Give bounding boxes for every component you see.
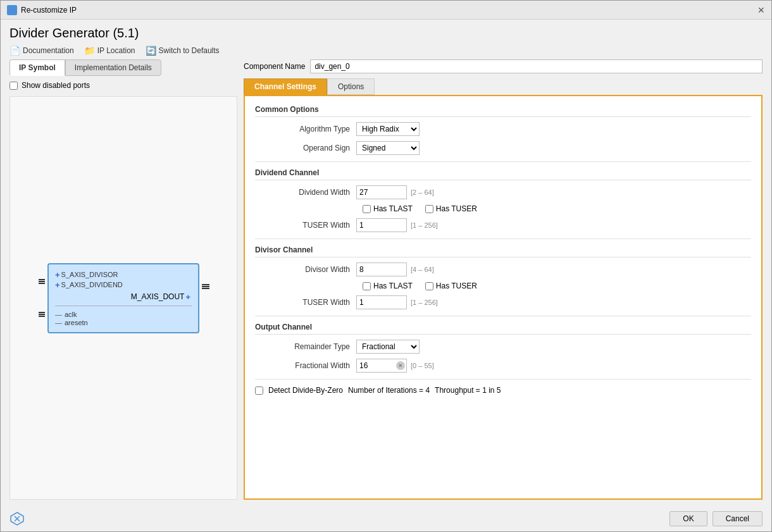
divider-4 bbox=[255, 379, 751, 380]
dividend-width-label: Dividend Width bbox=[255, 188, 356, 197]
app-toolbar: 📄 Documentation 📁 IP Location 🔄 Switch t… bbox=[9, 46, 763, 56]
iterations-label: Number of Iterations = 4 bbox=[348, 386, 430, 395]
divisor-channel-title: Divisor Channel bbox=[255, 245, 751, 257]
ip-diagram-container: + S_AXIS_DIVISOR + S_AXIS_DIVIDEND M_AXI… bbox=[47, 263, 199, 333]
dividend-checkboxes: Has TLAST Has TUSER bbox=[363, 204, 751, 213]
divisor-tuser-width-label: TUSER Width bbox=[255, 298, 356, 307]
divisor-width-row: Divisor Width [4 – 64] bbox=[255, 263, 751, 276]
dividend-width-input[interactable] bbox=[356, 185, 407, 199]
dividend-tuser-checkbox[interactable] bbox=[425, 205, 433, 213]
tab-impl-details[interactable]: Implementation Details bbox=[65, 59, 161, 76]
operand-sign-select[interactable]: Signed Unsigned bbox=[356, 141, 420, 155]
left-bus-lines bbox=[39, 268, 45, 328]
fractional-width-control: ✕ [0 – 55] bbox=[356, 359, 434, 373]
fractional-width-clear[interactable]: ✕ bbox=[396, 361, 405, 370]
refresh-icon: 🔄 bbox=[146, 46, 156, 56]
doc-icon: 📄 bbox=[9, 46, 20, 56]
output-channel-title: Output Channel bbox=[255, 323, 751, 335]
component-name-input[interactable] bbox=[310, 59, 763, 73]
fractional-width-label: Fractional Width bbox=[255, 361, 356, 370]
divisor-width-range: [4 – 64] bbox=[411, 266, 434, 273]
folder-icon: 📁 bbox=[84, 46, 95, 56]
divisor-has-tlast: Has TLAST bbox=[363, 281, 413, 290]
xilinx-logo-icon bbox=[9, 511, 25, 526]
documentation-label: Documentation bbox=[23, 46, 74, 55]
divisor-width-label: Divisor Width bbox=[255, 265, 356, 274]
port-s-axis-dividend: + S_AXIS_DIVIDEND bbox=[55, 280, 192, 290]
port-m-axis-dout-row: M_AXIS_DOUT + bbox=[55, 292, 192, 302]
detect-zero-label: Detect Divide-By-Zero bbox=[268, 386, 343, 395]
remainder-type-label: Remainder Type bbox=[255, 342, 356, 351]
app-title: Divider Generator (5.1) bbox=[9, 26, 763, 40]
right-bus-lines bbox=[202, 284, 209, 289]
divisor-tuser-checkbox[interactable] bbox=[425, 282, 433, 290]
divisor-tlast-label: Has TLAST bbox=[373, 281, 413, 290]
documentation-link[interactable]: 📄 Documentation bbox=[9, 46, 74, 56]
divisor-tuser-width-input[interactable] bbox=[356, 295, 407, 309]
port-s-axis-divisor-label: S_AXIS_DIVISOR bbox=[61, 271, 118, 278]
divisor-tlast-checkbox[interactable] bbox=[363, 282, 371, 290]
algorithm-type-control: High Radix Radix2 bbox=[356, 122, 420, 136]
switch-defaults-link[interactable]: 🔄 Switch to Defaults bbox=[146, 46, 220, 56]
ip-block: + S_AXIS_DIVISOR + S_AXIS_DIVIDEND M_AXI… bbox=[47, 263, 199, 333]
remainder-type-row: Remainder Type Fractional Remainder None bbox=[255, 340, 751, 354]
dividend-tlast-checkbox[interactable] bbox=[363, 205, 371, 213]
divider-2 bbox=[255, 238, 751, 239]
left-panel: IP Symbol Implementation Details Show di… bbox=[9, 59, 237, 500]
divisor-tuser-label: Has TUSER bbox=[436, 281, 477, 290]
algorithm-type-select[interactable]: High Radix Radix2 bbox=[356, 122, 420, 136]
port-aclk: — aclk bbox=[55, 311, 192, 318]
show-disabled-label: Show disabled ports bbox=[22, 81, 90, 90]
divisor-width-control: [4 – 64] bbox=[356, 263, 434, 276]
dividend-tuser-width-control: [1 – 256] bbox=[356, 218, 438, 232]
settings-panel: Common Options Algorithm Type High Radix… bbox=[244, 95, 763, 500]
divider-1 bbox=[255, 161, 751, 162]
window-title: Re-customize IP bbox=[21, 6, 77, 15]
algorithm-type-label: Algorithm Type bbox=[255, 125, 356, 133]
right-panel: Component Name Channel Settings Options … bbox=[244, 59, 763, 500]
title-bar: Re-customize IP ✕ bbox=[1, 1, 771, 20]
switch-defaults-label: Switch to Defaults bbox=[159, 46, 220, 55]
dividend-tuser-width-label: TUSER Width bbox=[255, 221, 356, 230]
tab-ip-symbol[interactable]: IP Symbol bbox=[9, 59, 65, 76]
dividend-width-range: [2 – 64] bbox=[411, 189, 434, 196]
close-button[interactable]: ✕ bbox=[757, 5, 765, 15]
divisor-tuser-width-control: [1 – 256] bbox=[356, 295, 438, 309]
common-options-title: Common Options bbox=[255, 105, 751, 117]
show-disabled-checkbox[interactable] bbox=[9, 82, 18, 90]
ip-location-label: IP Location bbox=[97, 46, 135, 55]
divisor-tuser-width-range: [1 – 256] bbox=[411, 299, 438, 306]
app-header: Divider Generator (5.1) 📄 Documentation … bbox=[1, 20, 771, 59]
dividend-width-row: Dividend Width [2 – 64] bbox=[255, 185, 751, 199]
show-disabled-row: Show disabled ports bbox=[9, 81, 237, 90]
throughput-label: Throughput = 1 in 5 bbox=[435, 386, 501, 395]
remainder-type-control: Fractional Remainder None bbox=[356, 340, 420, 354]
detect-zero-row: Detect Divide-By-Zero Number of Iteratio… bbox=[255, 386, 751, 395]
dividend-has-tlast: Has TLAST bbox=[363, 204, 413, 213]
component-name-row: Component Name bbox=[244, 59, 763, 73]
operand-sign-row: Operand Sign Signed Unsigned bbox=[255, 141, 751, 155]
dividend-has-tuser: Has TUSER bbox=[425, 204, 477, 213]
port-aresetn: — aresetn bbox=[55, 319, 192, 326]
divisor-width-input[interactable] bbox=[356, 263, 407, 276]
algorithm-type-row: Algorithm Type High Radix Radix2 bbox=[255, 122, 751, 136]
cancel-button[interactable]: Cancel bbox=[713, 511, 763, 526]
dividend-width-control: [2 – 64] bbox=[356, 185, 434, 199]
fractional-width-row: Fractional Width ✕ [0 – 55] bbox=[255, 359, 751, 373]
dividend-tlast-label: Has TLAST bbox=[373, 204, 413, 213]
port-aresetn-label: aresetn bbox=[65, 319, 88, 326]
title-bar-left: Re-customize IP bbox=[7, 5, 77, 15]
dividend-tuser-width-input[interactable] bbox=[356, 218, 407, 232]
detect-zero-checkbox[interactable] bbox=[255, 387, 263, 395]
ok-button[interactable]: OK bbox=[669, 511, 707, 526]
operand-sign-label: Operand Sign bbox=[255, 144, 356, 152]
bottom-bar: OK Cancel bbox=[1, 506, 771, 531]
ip-symbol-area: + S_AXIS_DIVISOR + S_AXIS_DIVIDEND M_AXI… bbox=[9, 96, 237, 500]
port-m-axis-dout-label: M_AXIS_DOUT bbox=[131, 292, 185, 301]
ip-location-link[interactable]: 📁 IP Location bbox=[84, 46, 135, 56]
remainder-type-select[interactable]: Fractional Remainder None bbox=[356, 340, 420, 354]
tab-channel-settings[interactable]: Channel Settings bbox=[244, 78, 327, 95]
tab-options[interactable]: Options bbox=[327, 78, 375, 95]
port-s-axis-divisor: + S_AXIS_DIVISOR bbox=[55, 270, 192, 280]
channel-tabs: Channel Settings Options bbox=[244, 78, 763, 95]
